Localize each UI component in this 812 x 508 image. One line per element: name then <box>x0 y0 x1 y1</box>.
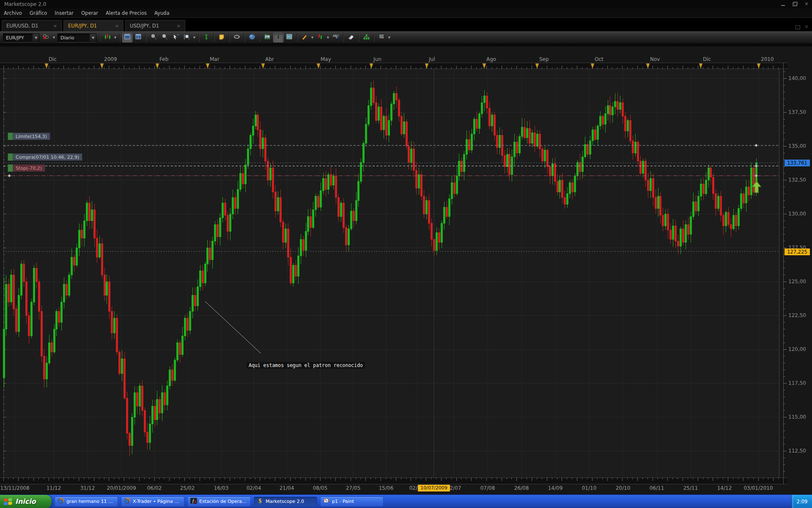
menu-item-2[interactable]: Insertar <box>51 8 77 17</box>
child-close-icon[interactable]: × <box>804 25 810 29</box>
start-button[interactable]: Inicio <box>0 495 52 508</box>
structure-button[interactable] <box>361 33 371 42</box>
toolbar-separator <box>119 33 120 42</box>
symbol-select[interactable]: EUR/JPY ▼ <box>3 33 39 42</box>
menu-item-1[interactable]: Gráfico <box>26 8 51 17</box>
window-controls: × <box>780 1 809 7</box>
zoom-range-button[interactable] <box>181 33 192 42</box>
layout-grid-button[interactable] <box>133 33 143 42</box>
tab-eur-usd-d1[interactable]: EUR/USD, D1× <box>2 20 62 31</box>
svg-text:Dic: Dic <box>49 56 57 62</box>
eraser-button[interactable] <box>346 33 356 42</box>
layout-single-button[interactable] <box>122 33 132 42</box>
menu-item-4[interactable]: Alerta de Precios <box>102 8 151 17</box>
globe-button[interactable] <box>247 33 257 42</box>
tab-usd-jpy-d1[interactable]: USD/JPY, D1× <box>125 20 185 31</box>
firefox-icon <box>124 497 131 505</box>
svg-text:20/01/2009: 20/01/2009 <box>107 485 136 491</box>
taskbar: Inicio gran hermano 11 24 ... X-Trader •… <box>0 494 812 508</box>
list-menu-icon <box>379 33 384 42</box>
chevron-down-icon[interactable]: ▼ <box>113 33 118 42</box>
zoom-in-button[interactable] <box>148 33 159 42</box>
minimize-icon[interactable] <box>780 1 786 7</box>
structure-icon <box>363 33 370 42</box>
svg-text:02/04: 02/04 <box>247 485 261 491</box>
candlestick-chart[interactable]: 140,00137,50135,00132,50130,00127,50125,… <box>0 47 812 494</box>
svg-text:2009: 2009 <box>104 56 117 62</box>
tab-close-icon[interactable]: × <box>114 23 120 29</box>
svg-text:ABC: ABC <box>333 34 339 37</box>
taskbar-item-1[interactable]: X-Trader • Página pri... <box>121 497 184 507</box>
toolbar: EUR/JPY ▼ ▼ Diario ▼ ▼▼I▼▼ABC▼ <box>0 31 812 44</box>
svg-text:13/11/2008: 13/11/2008 <box>0 485 29 491</box>
svg-text:137,50: 137,50 <box>788 109 806 115</box>
form-tool-button[interactable] <box>284 33 294 42</box>
list-menu-button[interactable] <box>376 33 387 42</box>
child-window-controls: × <box>796 25 810 29</box>
layout-single <box>124 33 131 42</box>
svg-text:25/11: 25/11 <box>683 485 698 491</box>
svg-text:117,50: 117,50 <box>788 380 806 386</box>
svg-text:16/03: 16/03 <box>214 485 229 491</box>
chevron-down-icon[interactable]: ▼ <box>192 33 197 42</box>
svg-text:14/12: 14/12 <box>717 485 732 491</box>
note-button[interactable] <box>217 33 227 42</box>
chevron-down-icon: ▼ <box>33 34 39 41</box>
svg-text:Jul: Jul <box>428 56 435 62</box>
text-tool-button[interactable]: I <box>273 33 283 42</box>
note-icon <box>218 33 225 42</box>
svg-text:20/10: 20/10 <box>616 485 631 491</box>
title-bar: Marketscope 2.0 × <box>0 0 812 8</box>
svg-text:Abr: Abr <box>265 56 274 62</box>
child-restore-icon[interactable] <box>796 25 801 29</box>
chevron-down-icon[interactable]: ▼ <box>387 33 392 42</box>
toolbar-separator <box>229 33 230 42</box>
zoom-out-button[interactable] <box>159 33 170 42</box>
restore-icon[interactable] <box>792 1 798 7</box>
zoom-in-icon <box>150 33 157 42</box>
svg-text:14/09: 14/09 <box>548 485 563 491</box>
rotate-3d-button[interactable] <box>232 33 242 42</box>
taskbar-item-4[interactable]: p1 - Paint <box>320 497 384 507</box>
svg-text:Jun: Jun <box>373 56 381 62</box>
tab-close-icon[interactable]: × <box>52 23 58 29</box>
menu-item-3[interactable]: Operar <box>77 8 102 17</box>
tab-bar: EUR/USD, D1× EUR/JPY, D1× USD/JPY, D1× × <box>0 18 812 31</box>
highlighted-date-badge: 10/07/2009 <box>418 485 450 491</box>
pencil-button[interactable] <box>299 33 310 42</box>
chevron-down-icon[interactable]: ▼ <box>326 33 330 42</box>
close-icon[interactable]: × <box>804 1 809 7</box>
buy-order-label[interactable]: Compra(07/01 10:46, 22,9) <box>8 153 82 161</box>
fx-icon: fx <box>190 497 197 505</box>
link-toggle <box>42 33 50 42</box>
vertical-scale-button[interactable] <box>201 33 211 42</box>
svg-text:122,50: 122,50 <box>788 312 806 318</box>
taskbar-item-0[interactable]: gran hermano 11 24 ... <box>55 497 118 507</box>
limit-order-label[interactable]: Límite(154,3) <box>8 133 50 140</box>
svg-text:130,00: 130,00 <box>788 211 806 217</box>
taskbar-item-3[interactable]: $ Marketscope 2.0 <box>254 497 317 507</box>
interval-select[interactable]: Diario ▼ <box>58 33 96 42</box>
toolbar-separator <box>198 33 199 42</box>
svg-text:08/05: 08/05 <box>313 485 328 491</box>
chart-type-button[interactable] <box>102 33 112 42</box>
stop-order-label[interactable]: Stop(-70,2) <box>8 164 45 172</box>
svg-text:07/08: 07/08 <box>480 485 495 491</box>
chevron-down-icon[interactable]: ▼ <box>310 33 315 42</box>
pointer-add-button[interactable] <box>170 33 181 42</box>
tab-close-icon[interactable]: × <box>176 23 181 29</box>
insert-image-button[interactable] <box>262 33 272 42</box>
menu-item-5[interactable]: Ayuda <box>151 8 173 17</box>
link-toggle-button[interactable] <box>41 33 51 42</box>
spell-abc-button[interactable]: ABC <box>331 33 341 42</box>
globe-icon <box>249 33 255 42</box>
tab-eur-jpy-d1[interactable]: EUR/JPY, D1× <box>63 20 123 31</box>
chevron-down-icon[interactable]: ▼ <box>52 33 56 42</box>
spell-abc-icon: ABC <box>332 33 340 42</box>
toolbar-separator <box>244 33 245 42</box>
chart-annotation-text[interactable]: Aqui estamos segun el patron reconocido <box>247 362 365 369</box>
menu-item-0[interactable]: Archivo <box>0 8 26 17</box>
pattern-button[interactable] <box>315 33 325 42</box>
taskbar-item-2[interactable]: fx Estación de Operacio... <box>187 497 251 507</box>
order-square-icon <box>8 153 13 161</box>
